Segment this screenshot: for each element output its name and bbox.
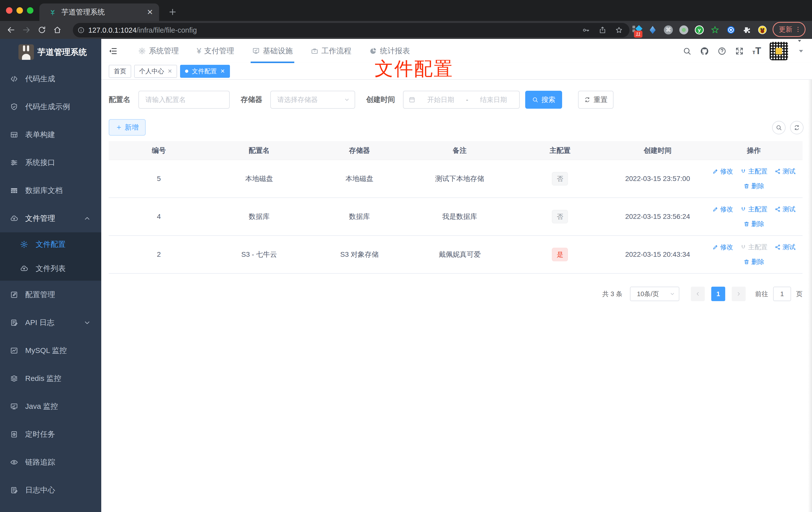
sidebar-item-API 日志[interactable]: API 日志: [0, 309, 101, 336]
sidebar-item-链路追踪[interactable]: 链路追踪: [0, 448, 101, 476]
tab-close-icon[interactable]: ✕: [147, 8, 153, 16]
nav-item-系统管理[interactable]: 系统管理: [138, 39, 179, 63]
test-action[interactable]: 测试: [775, 167, 795, 176]
master-action[interactable]: 主配置: [740, 167, 767, 176]
sidebar-item-系统接口[interactable]: 系统接口: [0, 149, 101, 177]
delete-action[interactable]: 删除: [744, 258, 764, 266]
page-size-select[interactable]: 10条/页: [630, 287, 679, 301]
magnet-icon: [740, 244, 746, 250]
help-question-icon[interactable]: [718, 47, 726, 56]
sidebar-item-文件管理[interactable]: 文件管理: [0, 204, 101, 232]
github-icon[interactable]: [700, 47, 709, 56]
filter-bar: 配置名 请输入配置名 存储器 请选择存储器 创建时间 开始日期 - 结束日期 搜…: [109, 91, 613, 109]
search-button[interactable]: 搜索: [525, 91, 562, 109]
sidebar-item-表单构建[interactable]: 表单构建: [0, 121, 101, 149]
test-action[interactable]: 测试: [775, 243, 795, 251]
table-header-cell: 编号: [109, 146, 209, 155]
update-label: 更新: [779, 25, 792, 34]
test-action[interactable]: 测试: [775, 205, 795, 214]
close-tab-icon[interactable]: ✕: [168, 68, 172, 74]
extension-kite-icon[interactable]: [648, 25, 657, 35]
edit-action[interactable]: 修改: [712, 243, 733, 251]
add-button[interactable]: 新增: [109, 119, 146, 135]
view-tab-首页[interactable]: 首页: [109, 65, 131, 78]
sidebar-subitem-文件列表[interactable]: 文件列表: [0, 257, 101, 281]
current-page-button[interactable]: 1: [711, 287, 725, 301]
storage-select[interactable]: 请选择存储器: [270, 91, 355, 109]
menu-fold-icon[interactable]: [108, 47, 118, 56]
extension-y-icon[interactable]: y: [695, 25, 704, 34]
extension-dot-icon[interactable]: [679, 25, 688, 34]
extension-emoji-icon[interactable]: [758, 26, 766, 34]
delete-action[interactable]: 删除: [744, 220, 764, 228]
nav-item-基础设施[interactable]: 基础设施: [252, 39, 293, 63]
scrollbar-strip[interactable]: [808, 80, 812, 512]
avatar-caret-down-icon[interactable]: [796, 47, 806, 56]
cell-config-name: 数据库: [209, 212, 309, 221]
window-zoom-button[interactable]: [27, 7, 33, 14]
sidebar-item-MySQL 监控[interactable]: MySQL 监控: [0, 336, 101, 364]
table-header-cell: 主配置: [510, 146, 610, 155]
sidebar-item-日志中心[interactable]: 日志中心: [0, 476, 101, 504]
master-action[interactable]: 主配置: [740, 205, 767, 214]
new-tab-button[interactable]: [168, 7, 178, 17]
pencil-icon: [712, 244, 719, 250]
browser-tab[interactable]: 芋道管理系统 ✕: [39, 3, 159, 21]
view-tab-label: 文件配置: [192, 67, 217, 75]
window-minimize-button[interactable]: [17, 7, 23, 14]
pencil-icon: [712, 206, 719, 212]
bookmark-star-icon[interactable]: [615, 26, 623, 34]
browser-update-button[interactable]: 更新: [773, 22, 806, 37]
view-tab-文件配置[interactable]: 文件配置✕: [180, 65, 230, 78]
delete-action[interactable]: 删除: [744, 182, 764, 190]
font-size-icon[interactable]: тT: [752, 46, 761, 56]
extension-command-icon[interactable]: ⌘: [664, 25, 673, 34]
code-icon: [10, 75, 18, 83]
sidebar-item-代码生成示例[interactable]: 代码生成示例: [0, 93, 101, 121]
fullscreen-icon[interactable]: [735, 47, 744, 56]
table-refresh-button[interactable]: [790, 121, 804, 134]
cell-id: 5: [109, 175, 209, 183]
sidebar-item-配置管理[interactable]: 配置管理: [0, 281, 101, 309]
prev-page-button[interactable]: [691, 287, 705, 301]
table-search-toggle-button[interactable]: [772, 121, 786, 134]
sidebar-subitem-文件配置[interactable]: 文件配置: [0, 232, 101, 257]
sidebar-item-Java 监控[interactable]: Java 监控: [0, 392, 101, 420]
close-tab-icon[interactable]: ✕: [220, 68, 225, 74]
sidebar-item-Redis 监控[interactable]: Redis 监控: [0, 364, 101, 392]
sidebar-item-定时任务[interactable]: 定时任务: [0, 420, 101, 448]
sidebar-item-数据库文档[interactable]: 数据库文档: [0, 177, 101, 204]
edit-action[interactable]: 修改: [712, 167, 733, 176]
chrome-caret-down-icon[interactable]: [796, 37, 803, 44]
next-page-button[interactable]: [732, 287, 746, 301]
extension-pinned-icon[interactable]: 11: [632, 25, 641, 35]
sidebar-item-label: 链路追踪: [25, 457, 55, 468]
edit-action[interactable]: 修改: [712, 205, 733, 214]
nav-item-工作流程[interactable]: 工作流程: [311, 39, 351, 63]
url-bar[interactable]: 127.0.0.1:1024/infra/file/file-config: [73, 23, 630, 37]
config-name-input[interactable]: 请输入配置名: [138, 91, 230, 109]
extension-star-icon[interactable]: [710, 25, 720, 35]
extensions-puzzle-icon[interactable]: [742, 25, 752, 35]
password-key-icon[interactable]: [582, 26, 590, 34]
view-tab-个人中心[interactable]: 个人中心✕: [134, 65, 177, 78]
share-icon[interactable]: [599, 26, 607, 34]
search-icon[interactable]: [683, 47, 692, 56]
reload-icon[interactable]: [37, 25, 47, 34]
avatar[interactable]: [770, 42, 788, 60]
sidebar-item-代码生成[interactable]: 代码生成: [0, 65, 101, 93]
back-icon[interactable]: [6, 25, 16, 34]
goto-page-input[interactable]: 1: [773, 287, 791, 301]
forward-icon[interactable]: [22, 25, 31, 34]
window-close-button[interactable]: [6, 7, 12, 14]
date-range-picker[interactable]: 开始日期 - 结束日期: [403, 91, 520, 109]
browser-menu-dots-icon[interactable]: [794, 26, 802, 33]
reset-button[interactable]: 重置: [578, 91, 613, 109]
home-icon[interactable]: [53, 25, 62, 34]
nav-item-支付管理[interactable]: ¥支付管理: [197, 39, 234, 63]
master-tag: 是: [552, 248, 568, 261]
nav-item-label: 支付管理: [204, 46, 234, 56]
monitor-icon: [10, 402, 18, 411]
site-info-icon[interactable]: [77, 26, 85, 34]
extension-rings-icon[interactable]: [726, 25, 736, 35]
